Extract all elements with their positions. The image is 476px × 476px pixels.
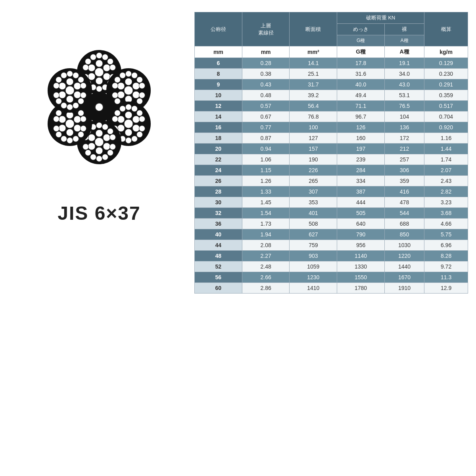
table-row: 120.5756.471.176.50.517 bbox=[195, 101, 468, 111]
cell-weight: 9.72 bbox=[424, 261, 468, 272]
cell-a-grade: 34.0 bbox=[384, 69, 424, 79]
cell-weight: 2.82 bbox=[424, 186, 468, 197]
cell-wire: 1.33 bbox=[242, 186, 290, 197]
cell-wire: 1.45 bbox=[242, 197, 290, 208]
cell-g-grade: 71.1 bbox=[337, 101, 385, 111]
cell-g-grade: 284 bbox=[337, 165, 385, 176]
cell-a-grade: 53.1 bbox=[384, 90, 424, 101]
cell-area: 25.1 bbox=[290, 69, 337, 79]
svg-point-94 bbox=[74, 125, 81, 132]
svg-point-4 bbox=[96, 60, 103, 67]
cell-weight: 5.75 bbox=[424, 229, 468, 240]
cell-wire: 1.94 bbox=[242, 229, 290, 240]
cell-a-grade: 43.0 bbox=[384, 79, 424, 90]
cell-a-grade: 359 bbox=[384, 176, 424, 186]
header-g-grade: G種 bbox=[337, 35, 385, 46]
svg-point-115 bbox=[74, 83, 81, 90]
table-row: 562.6612301550167011.3 bbox=[195, 272, 468, 283]
table-row: 180.871271601721.16 bbox=[195, 133, 468, 144]
cell-wire: 0.48 bbox=[242, 90, 290, 101]
cell-area: 31.7 bbox=[290, 79, 337, 90]
svg-point-21 bbox=[83, 65, 89, 71]
cell-a-grade: 1670 bbox=[384, 272, 424, 283]
cell-nominal: 6 bbox=[195, 58, 242, 69]
cell-weight: 0.291 bbox=[424, 79, 468, 90]
svg-point-120 bbox=[67, 71, 73, 77]
cell-area: 127 bbox=[290, 133, 337, 144]
table-row: 241.152262843062.07 bbox=[195, 165, 468, 176]
cell-area: 56.4 bbox=[290, 101, 337, 111]
cell-a-grade: 172 bbox=[384, 133, 424, 144]
cell-g-grade: 96.7 bbox=[337, 111, 385, 122]
cell-g-grade: 49.4 bbox=[337, 90, 385, 101]
svg-point-36 bbox=[139, 92, 145, 98]
svg-point-105 bbox=[67, 138, 73, 144]
svg-point-10 bbox=[96, 53, 102, 59]
cell-nominal: 8 bbox=[195, 69, 242, 79]
cell-weight: 1.44 bbox=[424, 144, 468, 154]
cell-wire: 0.38 bbox=[242, 69, 290, 79]
right-panel: 公称径 上層 素線径 断面積 破断荷重 KN 概算 めっき 裸 G種 A種 mm… bbox=[194, 8, 472, 298]
svg-point-51 bbox=[125, 129, 132, 136]
svg-point-30 bbox=[117, 91, 125, 98]
cell-g-grade: 505 bbox=[337, 208, 385, 219]
svg-point-17 bbox=[96, 86, 102, 92]
svg-point-74 bbox=[88, 143, 95, 150]
table-row: 100.4839.249.453.10.359 bbox=[195, 90, 468, 101]
table-row: 281.333073874162.82 bbox=[195, 186, 468, 197]
svg-point-13 bbox=[110, 65, 116, 71]
svg-point-82 bbox=[102, 154, 108, 160]
cell-weight: 3.23 bbox=[424, 197, 468, 208]
cell-wire: 2.66 bbox=[242, 272, 290, 283]
svg-point-12 bbox=[107, 59, 113, 65]
svg-point-117 bbox=[66, 96, 73, 103]
svg-point-33 bbox=[132, 73, 138, 79]
svg-point-91 bbox=[65, 119, 74, 128]
cell-weight: 0.230 bbox=[424, 69, 468, 79]
header-plated: めっき bbox=[337, 24, 385, 35]
cell-area: 401 bbox=[290, 208, 337, 219]
cell-area: 1230 bbox=[290, 272, 337, 283]
svg-point-104 bbox=[73, 136, 79, 142]
svg-point-34 bbox=[137, 77, 143, 83]
cell-weight: 0.704 bbox=[424, 111, 468, 122]
header-area: 断面積 bbox=[290, 12, 337, 46]
cell-nominal: 18 bbox=[195, 133, 242, 144]
cell-wire: 2.27 bbox=[242, 251, 290, 261]
svg-point-95 bbox=[66, 129, 73, 136]
svg-point-11 bbox=[102, 54, 108, 60]
svg-point-56 bbox=[137, 110, 143, 116]
svg-point-73 bbox=[96, 147, 103, 154]
cell-nominal: 10 bbox=[195, 90, 242, 101]
cell-g-grade: 40.0 bbox=[337, 79, 385, 90]
cell-wire: 1.26 bbox=[242, 176, 290, 186]
cell-weight: 2.43 bbox=[424, 176, 468, 186]
svg-point-80 bbox=[110, 144, 116, 150]
svg-point-57 bbox=[139, 116, 145, 122]
svg-point-48 bbox=[125, 111, 132, 119]
cell-wire: 2.48 bbox=[242, 261, 290, 272]
cell-a-grade: 688 bbox=[384, 219, 424, 229]
spec-table: 公称径 上層 素線径 断面積 破断荷重 KN 概算 めっき 裸 G種 A種 mm… bbox=[194, 12, 468, 294]
unit-a: A種 bbox=[384, 46, 424, 58]
svg-point-59 bbox=[137, 132, 143, 138]
cell-area: 353 bbox=[290, 197, 337, 208]
svg-point-121 bbox=[73, 73, 79, 79]
cell-g-grade: 1330 bbox=[337, 261, 385, 272]
table-row: 160.771001261360.920 bbox=[195, 122, 468, 133]
svg-point-129 bbox=[56, 98, 62, 104]
unit-g: G種 bbox=[337, 46, 385, 58]
cell-wire: 1.73 bbox=[242, 219, 290, 229]
cell-nominal: 40 bbox=[195, 229, 242, 240]
svg-point-32 bbox=[126, 71, 132, 77]
cell-g-grade: 1780 bbox=[337, 283, 385, 294]
svg-point-132 bbox=[56, 77, 62, 83]
header-bare: 裸 bbox=[384, 24, 424, 35]
header-wire: 上層 素線径 bbox=[242, 12, 290, 46]
svg-point-126 bbox=[73, 103, 79, 109]
cell-g-grade: 640 bbox=[337, 219, 385, 229]
cell-a-grade: 850 bbox=[384, 229, 424, 240]
cell-area: 14.1 bbox=[290, 58, 337, 69]
cell-nominal: 14 bbox=[195, 111, 242, 122]
table-row: 522.481059133014409.72 bbox=[195, 261, 468, 272]
